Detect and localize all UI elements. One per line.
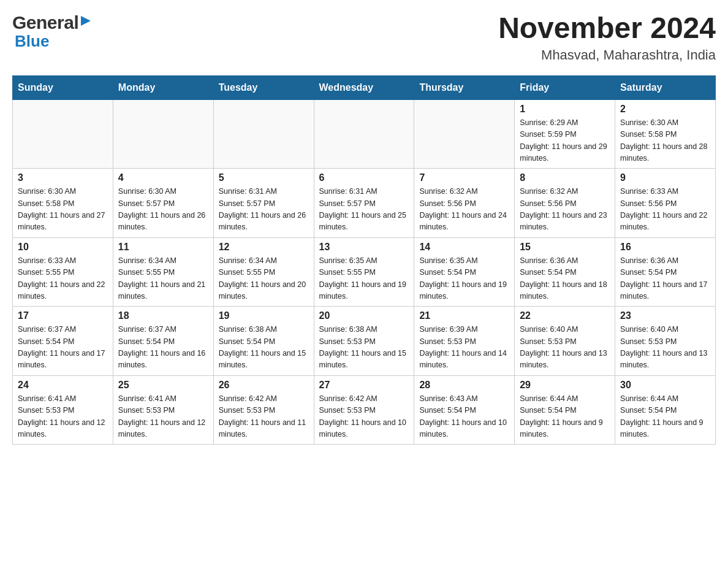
page-header: General Blue November 2024 Mhasvad, Maha…: [12, 12, 716, 63]
calendar-cell: 7Sunrise: 6:32 AMSunset: 5:56 PMDaylight…: [414, 169, 515, 238]
svg-marker-0: [81, 16, 91, 26]
week-row-3: 10Sunrise: 6:33 AMSunset: 5:55 PMDayligh…: [13, 237, 716, 307]
day-info: Sunrise: 6:41 AMSunset: 5:53 PMDaylight:…: [18, 393, 108, 441]
week-row-2: 3Sunrise: 6:30 AMSunset: 5:58 PMDaylight…: [13, 169, 716, 238]
day-info: Sunrise: 6:35 AMSunset: 5:55 PMDaylight:…: [319, 255, 409, 303]
calendar-cell: [414, 99, 515, 169]
calendar-cell: 9Sunrise: 6:33 AMSunset: 5:56 PMDaylight…: [615, 169, 716, 238]
calendar-body: 1Sunrise: 6:29 AMSunset: 5:59 PMDaylight…: [13, 99, 716, 445]
day-number: 27: [319, 380, 409, 391]
day-number: 9: [620, 172, 710, 183]
day-info: Sunrise: 6:31 AMSunset: 5:57 PMDaylight:…: [319, 186, 409, 234]
calendar-cell: 11Sunrise: 6:34 AMSunset: 5:55 PMDayligh…: [113, 237, 213, 307]
day-number: 22: [520, 310, 610, 321]
week-row-1: 1Sunrise: 6:29 AMSunset: 5:59 PMDaylight…: [13, 99, 716, 169]
day-number: 24: [18, 380, 108, 391]
day-info: Sunrise: 6:30 AMSunset: 5:57 PMDaylight:…: [118, 186, 208, 234]
day-info: Sunrise: 6:38 AMSunset: 5:53 PMDaylight:…: [319, 324, 409, 372]
day-info: Sunrise: 6:32 AMSunset: 5:56 PMDaylight:…: [520, 186, 610, 234]
day-number: 6: [319, 172, 409, 183]
calendar-table: SundayMondayTuesdayWednesdayThursdayFrid…: [12, 75, 716, 445]
day-info: Sunrise: 6:31 AMSunset: 5:57 PMDaylight:…: [219, 186, 309, 234]
day-info: Sunrise: 6:37 AMSunset: 5:54 PMDaylight:…: [18, 324, 108, 372]
day-info: Sunrise: 6:42 AMSunset: 5:53 PMDaylight:…: [219, 393, 309, 441]
calendar-cell: [213, 99, 314, 169]
calendar-cell: 15Sunrise: 6:36 AMSunset: 5:54 PMDayligh…: [515, 237, 615, 307]
day-number: 11: [118, 242, 208, 253]
calendar-cell: 17Sunrise: 6:37 AMSunset: 5:54 PMDayligh…: [13, 307, 113, 376]
day-header-monday: Monday: [113, 75, 213, 99]
calendar-cell: 12Sunrise: 6:34 AMSunset: 5:55 PMDayligh…: [213, 237, 314, 307]
calendar-cell: [13, 99, 113, 169]
calendar-cell: 2Sunrise: 6:30 AMSunset: 5:58 PMDaylight…: [615, 99, 716, 169]
day-number: 13: [319, 242, 409, 253]
week-row-5: 24Sunrise: 6:41 AMSunset: 5:53 PMDayligh…: [13, 375, 716, 445]
day-info: Sunrise: 6:29 AMSunset: 5:59 PMDaylight:…: [520, 117, 610, 165]
day-number: 16: [620, 242, 710, 253]
calendar-cell: 13Sunrise: 6:35 AMSunset: 5:55 PMDayligh…: [314, 237, 414, 307]
calendar-cell: 16Sunrise: 6:36 AMSunset: 5:54 PMDayligh…: [615, 237, 716, 307]
calendar-cell: 14Sunrise: 6:35 AMSunset: 5:54 PMDayligh…: [414, 237, 515, 307]
day-info: Sunrise: 6:37 AMSunset: 5:54 PMDaylight:…: [118, 324, 208, 372]
logo-arrow-icon: [80, 15, 92, 27]
page-subtitle: Mhasvad, Maharashtra, India: [498, 47, 716, 63]
calendar-cell: 22Sunrise: 6:40 AMSunset: 5:53 PMDayligh…: [515, 307, 615, 376]
day-info: Sunrise: 6:32 AMSunset: 5:56 PMDaylight:…: [419, 186, 509, 234]
calendar-cell: 5Sunrise: 6:31 AMSunset: 5:57 PMDaylight…: [213, 169, 314, 238]
day-number: 17: [18, 310, 108, 321]
calendar-cell: 21Sunrise: 6:39 AMSunset: 5:53 PMDayligh…: [414, 307, 515, 376]
calendar-cell: 10Sunrise: 6:33 AMSunset: 5:55 PMDayligh…: [13, 237, 113, 307]
day-info: Sunrise: 6:44 AMSunset: 5:54 PMDaylight:…: [520, 393, 610, 441]
day-info: Sunrise: 6:36 AMSunset: 5:54 PMDaylight:…: [620, 255, 710, 303]
day-info: Sunrise: 6:44 AMSunset: 5:54 PMDaylight:…: [620, 393, 710, 441]
calendar-cell: 28Sunrise: 6:43 AMSunset: 5:54 PMDayligh…: [414, 375, 515, 445]
day-number: 23: [620, 310, 710, 321]
calendar-cell: 19Sunrise: 6:38 AMSunset: 5:54 PMDayligh…: [213, 307, 314, 376]
day-header-saturday: Saturday: [615, 75, 716, 99]
day-number: 20: [319, 310, 409, 321]
calendar-cell: 6Sunrise: 6:31 AMSunset: 5:57 PMDaylight…: [314, 169, 414, 238]
day-info: Sunrise: 6:30 AMSunset: 5:58 PMDaylight:…: [620, 117, 710, 165]
day-number: 14: [419, 242, 509, 253]
day-number: 10: [18, 242, 108, 253]
logo-general-text: General: [12, 12, 78, 33]
calendar-cell: 24Sunrise: 6:41 AMSunset: 5:53 PMDayligh…: [13, 375, 113, 445]
day-number: 4: [118, 172, 208, 183]
calendar-cell: 18Sunrise: 6:37 AMSunset: 5:54 PMDayligh…: [113, 307, 213, 376]
day-number: 21: [419, 310, 509, 321]
day-number: 15: [520, 242, 610, 253]
day-header-thursday: Thursday: [414, 75, 515, 99]
day-header-tuesday: Tuesday: [213, 75, 314, 99]
day-info: Sunrise: 6:38 AMSunset: 5:54 PMDaylight:…: [219, 324, 309, 372]
days-of-week-row: SundayMondayTuesdayWednesdayThursdayFrid…: [13, 75, 716, 99]
calendar-cell: 20Sunrise: 6:38 AMSunset: 5:53 PMDayligh…: [314, 307, 414, 376]
day-info: Sunrise: 6:33 AMSunset: 5:56 PMDaylight:…: [620, 186, 710, 234]
logo: General Blue: [12, 12, 92, 51]
calendar-cell: 25Sunrise: 6:41 AMSunset: 5:53 PMDayligh…: [113, 375, 213, 445]
day-info: Sunrise: 6:40 AMSunset: 5:53 PMDaylight:…: [520, 324, 610, 372]
week-row-4: 17Sunrise: 6:37 AMSunset: 5:54 PMDayligh…: [13, 307, 716, 376]
day-number: 3: [18, 172, 108, 183]
day-number: 26: [219, 380, 309, 391]
day-header-friday: Friday: [515, 75, 615, 99]
calendar-cell: 29Sunrise: 6:44 AMSunset: 5:54 PMDayligh…: [515, 375, 615, 445]
calendar-cell: 23Sunrise: 6:40 AMSunset: 5:53 PMDayligh…: [615, 307, 716, 376]
day-info: Sunrise: 6:36 AMSunset: 5:54 PMDaylight:…: [520, 255, 610, 303]
day-info: Sunrise: 6:30 AMSunset: 5:58 PMDaylight:…: [18, 186, 108, 234]
title-block: November 2024 Mhasvad, Maharashtra, Indi…: [498, 12, 716, 63]
calendar-cell: 4Sunrise: 6:30 AMSunset: 5:57 PMDaylight…: [113, 169, 213, 238]
day-info: Sunrise: 6:34 AMSunset: 5:55 PMDaylight:…: [219, 255, 309, 303]
day-number: 1: [520, 104, 610, 115]
calendar-cell: 3Sunrise: 6:30 AMSunset: 5:58 PMDaylight…: [13, 169, 113, 238]
day-number: 28: [419, 380, 509, 391]
day-number: 7: [419, 172, 509, 183]
day-info: Sunrise: 6:35 AMSunset: 5:54 PMDaylight:…: [419, 255, 509, 303]
day-info: Sunrise: 6:39 AMSunset: 5:53 PMDaylight:…: [419, 324, 509, 372]
day-number: 19: [219, 310, 309, 321]
day-info: Sunrise: 6:34 AMSunset: 5:55 PMDaylight:…: [118, 255, 208, 303]
day-header-sunday: Sunday: [13, 75, 113, 99]
day-info: Sunrise: 6:42 AMSunset: 5:53 PMDaylight:…: [319, 393, 409, 441]
calendar-cell: 26Sunrise: 6:42 AMSunset: 5:53 PMDayligh…: [213, 375, 314, 445]
day-info: Sunrise: 6:41 AMSunset: 5:53 PMDaylight:…: [118, 393, 208, 441]
calendar-cell: 30Sunrise: 6:44 AMSunset: 5:54 PMDayligh…: [615, 375, 716, 445]
